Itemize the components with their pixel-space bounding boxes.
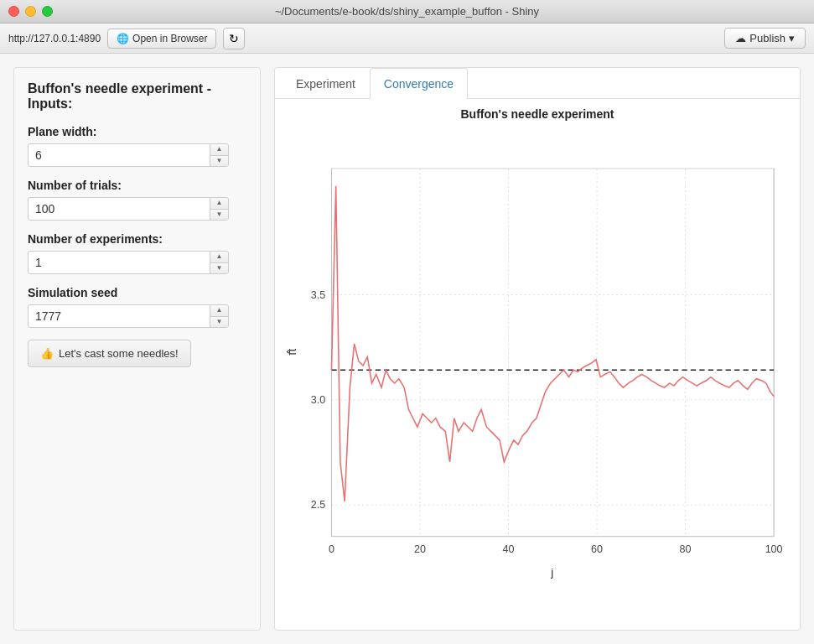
tab-convergence[interactable]: Convergence: [370, 68, 468, 99]
svg-text:π̂: π̂: [286, 348, 298, 356]
svg-text:80: 80: [680, 543, 692, 555]
svg-text:0: 0: [329, 543, 334, 555]
plane-width-input-wrapper: ▲ ▼: [28, 143, 229, 167]
cast-needles-button[interactable]: 👍 Let's cast some needles!: [28, 340, 191, 367]
refresh-button[interactable]: ↻: [223, 28, 245, 49]
svg-rect-0: [331, 169, 774, 537]
chart-svg-wrapper: 2.5 3.0 3.5 0 20 40 60 80 100 π̂ j: [283, 127, 791, 621]
trials-down[interactable]: ▼: [210, 210, 228, 221]
minimize-button[interactable]: [25, 6, 36, 17]
seed-input-wrapper: ▲ ▼: [28, 304, 229, 328]
open-browser-button[interactable]: 🌐 Open in Browser: [107, 29, 216, 49]
thumbs-up-icon: 👍: [40, 347, 54, 360]
tab-bar: Experiment Convergence: [275, 68, 800, 99]
toolbar: http://127.0.0.1:4890 🌐 Open in Browser …: [0, 23, 814, 54]
plane-width-down[interactable]: ▼: [210, 156, 228, 167]
sidebar: Buffon's needle experiment - Inputs: Pla…: [13, 67, 261, 631]
svg-text:2.5: 2.5: [311, 499, 325, 511]
svg-text:j: j: [550, 566, 553, 579]
experiments-group: Number of experiments: ▲ ▼: [28, 232, 246, 274]
seed-group: Simulation seed ▲ ▼: [28, 286, 246, 328]
experiments-down[interactable]: ▼: [210, 263, 228, 274]
svg-text:60: 60: [591, 543, 603, 555]
plane-width-group: Plane width: ▲ ▼: [28, 125, 246, 167]
trials-label: Number of trials:: [28, 179, 246, 192]
svg-text:40: 40: [503, 543, 515, 555]
publish-dropdown-icon: ▾: [789, 32, 795, 44]
trials-input[interactable]: [28, 197, 229, 221]
trials-up[interactable]: ▲: [210, 198, 228, 210]
publish-button[interactable]: ☁ Publish ▾: [724, 28, 806, 49]
svg-text:3.5: 3.5: [311, 289, 325, 301]
chart-container: Buffon's needle experiment: [275, 99, 800, 630]
svg-text:100: 100: [765, 543, 783, 555]
maximize-button[interactable]: [42, 6, 53, 17]
experiments-input-wrapper: ▲ ▼: [28, 251, 229, 274]
chart-title: Buffon's needle experiment: [460, 107, 614, 121]
plane-width-spinner: ▲ ▼: [210, 144, 228, 166]
publish-icon: ☁: [735, 32, 746, 44]
experiments-label: Number of experiments:: [28, 232, 246, 246]
browser-icon: 🌐: [117, 33, 129, 44]
main-content: Buffon's needle experiment - Inputs: Pla…: [0, 54, 814, 644]
close-button[interactable]: [8, 6, 19, 17]
trials-spinner: ▲ ▼: [210, 198, 228, 220]
window-title: ~/Documents/e-book/ds/shiny_example_buff…: [275, 5, 539, 18]
seed-down[interactable]: ▼: [210, 317, 228, 328]
tab-experiment[interactable]: Experiment: [282, 68, 370, 99]
seed-input[interactable]: [28, 304, 229, 328]
experiments-up[interactable]: ▲: [210, 252, 228, 263]
seed-label: Simulation seed: [28, 286, 246, 299]
seed-spinner: ▲ ▼: [210, 305, 228, 327]
trials-input-wrapper: ▲ ▼: [28, 197, 229, 221]
experiments-input[interactable]: [28, 251, 229, 274]
plane-width-label: Plane width:: [28, 125, 246, 138]
plane-width-input[interactable]: [28, 143, 229, 167]
title-bar: ~/Documents/e-book/ds/shiny_example_buff…: [0, 0, 814, 23]
svg-text:20: 20: [414, 543, 426, 555]
chart-area: Experiment Convergence Buffon's needle e…: [274, 67, 801, 631]
experiments-spinner: ▲ ▼: [210, 252, 228, 273]
plane-width-up[interactable]: ▲: [210, 144, 228, 156]
convergence-chart: 2.5 3.0 3.5 0 20 40 60 80 100 π̂ j: [283, 127, 791, 621]
url-display[interactable]: http://127.0.0.1:4890: [8, 33, 101, 44]
trials-group: Number of trials: ▲ ▼: [28, 179, 246, 221]
page-title: Buffon's needle experiment - Inputs:: [28, 81, 246, 112]
seed-up[interactable]: ▲: [210, 305, 228, 317]
traffic-lights: [8, 6, 53, 17]
svg-text:3.0: 3.0: [311, 394, 325, 406]
